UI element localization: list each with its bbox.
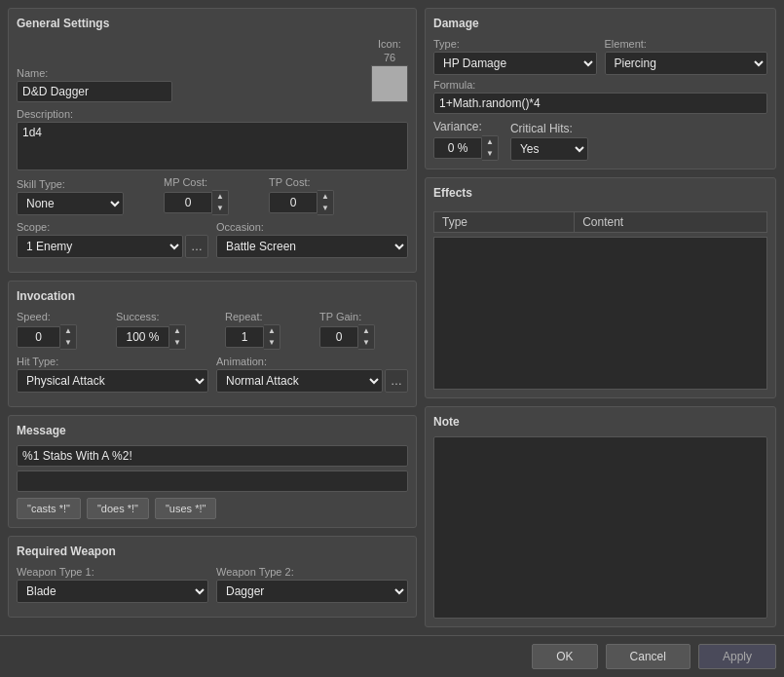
does-button[interactable]: "does *!"	[87, 498, 149, 519]
formula-input[interactable]	[433, 93, 767, 114]
skill-type-select[interactable]: None	[17, 192, 124, 215]
hit-type-group: Hit Type: Physical Attack	[17, 356, 208, 393]
icon-number: 76	[384, 52, 395, 63]
effects-content	[433, 237, 767, 390]
repeat-group: Repeat: ▲ ▼	[225, 311, 314, 350]
left-panel: General Settings Name: Icon: 76 Descript…	[8, 8, 417, 627]
speed-label: Speed:	[17, 311, 110, 322]
mp-cost-group: MP Cost: ▲ ▼	[164, 176, 263, 215]
desc-label: Description:	[17, 108, 408, 120]
speed-spinner[interactable]: ▲ ▼	[60, 324, 77, 350]
icon-section: Icon: 76	[371, 38, 408, 102]
damage-type-select[interactable]: HP Damage	[433, 52, 597, 75]
occasion-label: Occasion:	[216, 221, 408, 233]
scope-group: Scope: 1 Enemy …	[17, 221, 208, 258]
variance-label: Variance:	[433, 120, 499, 133]
hit-type-label: Hit Type:	[17, 356, 208, 367]
scope-ellipsis[interactable]: …	[185, 235, 208, 258]
tp-gain-down[interactable]: ▼	[358, 337, 374, 349]
repeat-spinner[interactable]: ▲ ▼	[264, 324, 280, 350]
effects-table: Type Content	[433, 211, 767, 233]
invocation-title: Invocation	[17, 289, 408, 303]
skill-type-label: Skill Type:	[17, 178, 158, 190]
animation-ellipsis[interactable]: …	[385, 369, 408, 393]
variance-input[interactable]	[433, 137, 482, 159]
skill-type-group: Skill Type: None	[17, 178, 158, 215]
note-textarea[interactable]	[433, 436, 767, 619]
cancel-button[interactable]: Cancel	[606, 644, 691, 669]
invocation-section: Invocation Speed: ▲ ▼ Success:	[8, 281, 417, 407]
tp-gain-up[interactable]: ▲	[358, 325, 374, 337]
tp-cost-down[interactable]: ▼	[317, 203, 333, 214]
variance-spinner[interactable]: ▲ ▼	[482, 135, 499, 161]
formula-group: Formula:	[433, 79, 767, 114]
uses-button[interactable]: "uses *!"	[155, 498, 216, 519]
element-group: Element: Piercing	[605, 38, 768, 75]
name-input[interactable]	[17, 81, 172, 102]
scope-label: Scope:	[17, 221, 208, 233]
critical-select[interactable]: Yes No	[510, 137, 588, 161]
icon-preview[interactable]	[371, 65, 408, 102]
weapon1-select[interactable]: Blade	[17, 580, 208, 603]
hit-type-select[interactable]: Physical Attack	[17, 369, 208, 393]
dialog-footer: OK Cancel Apply	[0, 635, 784, 677]
apply-button[interactable]: Apply	[698, 644, 776, 669]
success-label: Success:	[116, 311, 219, 322]
required-weapon-title: Required Weapon	[17, 545, 408, 558]
tp-cost-group: TP Cost: ▲ ▼	[269, 176, 368, 215]
speed-input[interactable]	[17, 326, 60, 348]
general-settings-title: General Settings	[17, 17, 408, 30]
note-title: Note	[433, 415, 767, 429]
tp-cost-up[interactable]: ▲	[317, 191, 333, 203]
mp-cost-up[interactable]: ▲	[212, 191, 228, 203]
effects-type-col: Type	[434, 212, 575, 233]
success-input[interactable]	[116, 326, 169, 348]
scope-select[interactable]: 1 Enemy	[17, 235, 183, 258]
weapon2-label: Weapon Type 2:	[216, 566, 408, 578]
repeat-up[interactable]: ▲	[264, 325, 280, 337]
mp-cost-spinner[interactable]: ▲ ▼	[212, 190, 229, 215]
variance-up[interactable]: ▲	[482, 136, 498, 148]
occasion-select[interactable]: Battle Screen	[216, 235, 408, 258]
repeat-input[interactable]	[225, 326, 264, 348]
tp-cost-input[interactable]	[269, 192, 317, 213]
ok-button[interactable]: OK	[532, 644, 597, 669]
critical-group: Critical Hits: Yes No	[510, 122, 588, 161]
speed-up[interactable]: ▲	[60, 325, 76, 337]
desc-input[interactable]: 1d4	[17, 122, 408, 170]
weapon2-select[interactable]: Dagger	[216, 580, 408, 603]
repeat-down[interactable]: ▼	[264, 337, 280, 349]
animation-select[interactable]: Normal Attack	[216, 369, 383, 393]
success-up[interactable]: ▲	[169, 325, 185, 337]
message-line1[interactable]	[17, 445, 408, 467]
repeat-label: Repeat:	[225, 311, 314, 322]
speed-group: Speed: ▲ ▼	[17, 311, 110, 350]
name-label: Name:	[17, 67, 363, 79]
formula-label: Formula:	[433, 79, 767, 91]
required-weapon-section: Required Weapon Weapon Type 1: Blade Wea…	[8, 536, 417, 618]
occasion-group: Occasion: Battle Screen	[216, 221, 408, 258]
animation-label: Animation:	[216, 356, 408, 367]
tp-gain-input[interactable]	[319, 326, 358, 348]
element-select[interactable]: Piercing	[605, 52, 768, 75]
tp-gain-spinner[interactable]: ▲ ▼	[358, 324, 375, 350]
variance-down[interactable]: ▼	[482, 148, 498, 160]
success-spinner[interactable]: ▲ ▼	[169, 324, 186, 350]
mp-cost-down[interactable]: ▼	[212, 203, 228, 214]
desc-group: Description: 1d4	[17, 108, 408, 170]
effects-title: Effects	[433, 186, 767, 200]
name-group: Name:	[17, 67, 363, 102]
right-panel: Damage Type: HP Damage Element: Piercing	[425, 8, 776, 627]
element-label: Element:	[605, 38, 768, 50]
casts-button[interactable]: "casts *!"	[17, 498, 81, 519]
damage-type-label: Type:	[433, 38, 597, 50]
tp-cost-spinner[interactable]: ▲ ▼	[317, 190, 334, 215]
mp-cost-input[interactable]	[164, 192, 212, 213]
dialog: General Settings Name: Icon: 76 Descript…	[0, 0, 784, 677]
general-settings-section: General Settings Name: Icon: 76 Descript…	[8, 8, 417, 273]
message-section: Message "casts *!" "does *!" "uses *!"	[8, 415, 417, 528]
speed-down[interactable]: ▼	[60, 337, 76, 349]
tp-cost-label: TP Cost:	[269, 176, 368, 188]
message-line2[interactable]	[17, 470, 408, 492]
success-down[interactable]: ▼	[169, 337, 185, 349]
